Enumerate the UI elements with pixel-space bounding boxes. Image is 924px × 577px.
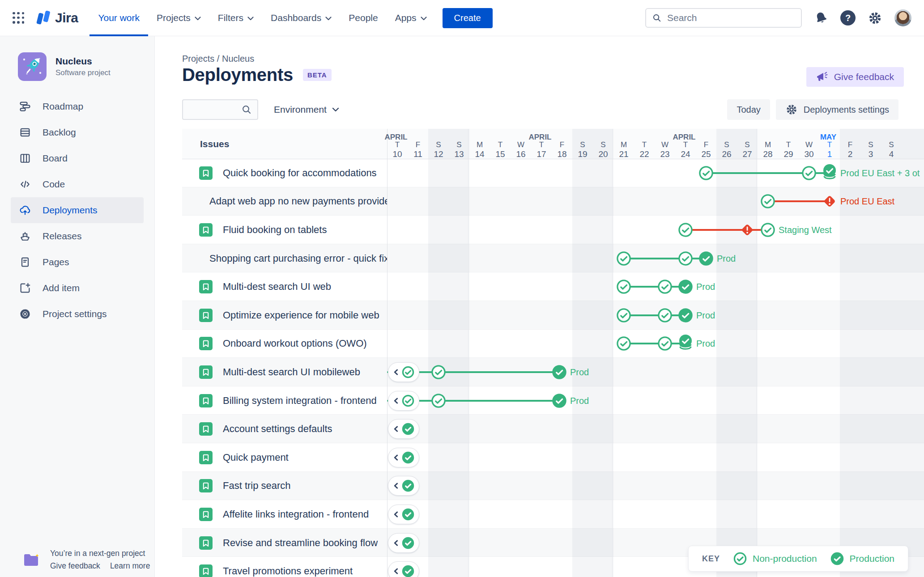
issue-cell[interactable]: Revise and streamline booking flow <box>182 529 387 557</box>
issue-title: Account settings defaults <box>223 423 332 435</box>
timeline-day-header: S12 <box>428 141 449 158</box>
settings-gear-icon[interactable] <box>868 11 882 25</box>
sidebar-item-roadmap[interactable]: Roadmap <box>11 93 144 119</box>
deployment-prod-check-icon[interactable] <box>552 365 567 379</box>
issue-timeline: Prod <box>387 272 924 301</box>
environment-dropdown[interactable]: Environment <box>274 99 339 120</box>
notifications-bell-icon[interactable] <box>814 11 828 25</box>
collapsed-deployments-pill[interactable] <box>388 362 419 382</box>
deployment-prod-stack-icon[interactable] <box>822 163 837 183</box>
deployment-prod-check-icon[interactable] <box>552 393 567 408</box>
help-icon[interactable]: ? <box>840 10 856 25</box>
user-avatar[interactable] <box>894 9 911 26</box>
collapsed-deployments-pill[interactable] <box>388 391 419 411</box>
issue-cell[interactable]: Onboard workout options (OWO) <box>182 330 387 358</box>
sidebar-item-add-item[interactable]: Add item <box>11 275 144 301</box>
collapsed-deployments-pill[interactable] <box>388 448 419 467</box>
timeline-day-header: W23 <box>655 141 675 158</box>
deployment-prod-check-icon[interactable] <box>678 308 693 322</box>
deployments-settings-button[interactable]: Deployments settings <box>776 99 898 120</box>
issue-timeline: Prod <box>387 330 924 358</box>
deployment-nonprod-check-icon[interactable] <box>761 222 775 237</box>
issue-cell[interactable]: Optimize experience for mobile web <box>182 301 387 330</box>
issue-cell[interactable]: Fast trip search <box>182 472 387 501</box>
collapsed-deployments-pill[interactable] <box>388 533 419 553</box>
issue-title: Optimize experience for mobile web <box>223 310 379 321</box>
issue-title: Quick booking for accommodations <box>223 167 377 179</box>
sidebar-item-releases[interactable]: Releases <box>11 223 144 249</box>
pages-icon <box>19 256 31 268</box>
deployment-nonprod-check-icon[interactable] <box>431 393 446 408</box>
deployment-nonprod-check-icon[interactable] <box>658 336 673 351</box>
app-switcher-icon[interactable] <box>13 12 25 24</box>
collapsed-deployments-pill[interactable] <box>388 561 419 577</box>
issue-cell[interactable]: Adapt web app no new payments provide <box>182 187 387 216</box>
nav-tab-your-work[interactable]: Your work <box>89 0 148 36</box>
timeline-day-header: T29 <box>778 141 799 158</box>
key-legend-item: Production <box>830 552 894 565</box>
story-issue-icon <box>199 508 213 521</box>
deployment-nonprod-check-icon[interactable] <box>678 251 693 266</box>
collapsed-deployments-pill[interactable] <box>388 476 419 496</box>
sidebar-learn-more-link[interactable]: Learn more <box>110 561 150 571</box>
issue-cell[interactable]: Multi-dest search UI mobileweb <box>182 358 387 386</box>
sidebar-item-pages[interactable]: Pages <box>11 249 144 275</box>
nav-tab-dashboards[interactable]: Dashboards <box>262 0 340 36</box>
nav-tab-filters[interactable]: Filters <box>209 0 262 36</box>
sidebar-item-deployments[interactable]: Deployments <box>11 197 144 223</box>
deployment-nonprod-check-icon[interactable] <box>658 280 673 294</box>
issue-cell[interactable]: Shopping cart purchasing error - quick f… <box>182 244 387 273</box>
today-button[interactable]: Today <box>727 99 770 120</box>
issue-timeline: Prod <box>387 301 924 330</box>
deployment-prod-check-icon[interactable] <box>699 251 714 266</box>
deployment-prod-check-icon[interactable] <box>678 280 693 294</box>
sidebar-item-code[interactable]: Code <box>11 171 144 197</box>
issue-cell[interactable]: Travel promotions experiment <box>182 557 387 577</box>
sidebar-item-backlog[interactable]: Backlog <box>11 119 144 145</box>
deployment-nonprod-check-icon[interactable] <box>699 165 714 180</box>
deployment-warning-icon[interactable] <box>740 222 755 238</box>
collapsed-deployments-pill[interactable] <box>388 419 419 439</box>
deployment-nonprod-check-icon[interactable] <box>431 365 446 379</box>
board-search-input[interactable] <box>182 99 258 120</box>
breadcrumb-nucleus-link[interactable]: Nucleus <box>222 54 254 64</box>
nav-tab-apps[interactable]: Apps <box>387 0 435 36</box>
breadcrumb-projects-link[interactable]: Projects <box>182 54 214 64</box>
deployment-prod-stack-icon[interactable] <box>678 334 693 353</box>
deployment-nonprod-check-icon[interactable] <box>802 165 817 180</box>
timeline-day-header: S19 <box>572 141 593 158</box>
deployment-nonprod-check-icon[interactable] <box>658 308 673 322</box>
jira-logo[interactable]: Jira <box>34 8 78 27</box>
deployment-nonprod-check-icon[interactable] <box>617 308 631 322</box>
collapsed-deployments-pill[interactable] <box>388 505 419 524</box>
issue-cell[interactable]: Quick payment <box>182 443 387 472</box>
issue-timeline: Prod <box>387 244 924 273</box>
nav-tab-people[interactable]: People <box>340 0 386 36</box>
deployment-nonprod-check-icon[interactable] <box>617 336 631 351</box>
chevron-left-icon <box>393 482 399 490</box>
sidebar-give-feedback-link[interactable]: Give feedback <box>50 561 100 571</box>
issue-cell[interactable]: Fluid booking on tablets <box>182 216 387 244</box>
issue-timeline: Prod <box>387 358 924 386</box>
deployment-nonprod-check-icon[interactable] <box>678 222 693 237</box>
issue-title: Fast trip search <box>223 480 291 492</box>
issue-cell[interactable]: Billing system integration - frontend <box>182 386 387 415</box>
environment-label: Prod <box>570 367 589 377</box>
nav-tab-projects[interactable]: Projects <box>148 0 209 36</box>
timeline-day-header: S3 <box>860 141 881 158</box>
deployment-warning-icon[interactable] <box>822 194 838 209</box>
story-issue-icon <box>199 564 213 577</box>
issue-cell[interactable]: Affelite links integration - frontend <box>182 500 387 529</box>
issue-cell[interactable]: Multi-dest search UI web <box>182 272 387 301</box>
global-search-input[interactable]: Search <box>645 8 802 28</box>
issue-cell[interactable]: Quick booking for accommodations <box>182 159 387 187</box>
give-feedback-button[interactable]: Give feedback <box>806 67 904 87</box>
deployment-nonprod-check-icon[interactable] <box>617 280 631 294</box>
issue-cell[interactable]: Account settings defaults <box>182 415 387 443</box>
create-button[interactable]: Create <box>443 8 493 28</box>
sidebar-item-board[interactable]: Board <box>11 145 144 171</box>
sidebar-item-project-settings[interactable]: Project settings <box>11 301 144 327</box>
deployment-nonprod-check-icon[interactable] <box>761 194 775 209</box>
timeline-day-header: M21 <box>613 141 634 158</box>
deployment-nonprod-check-icon[interactable] <box>617 251 631 266</box>
